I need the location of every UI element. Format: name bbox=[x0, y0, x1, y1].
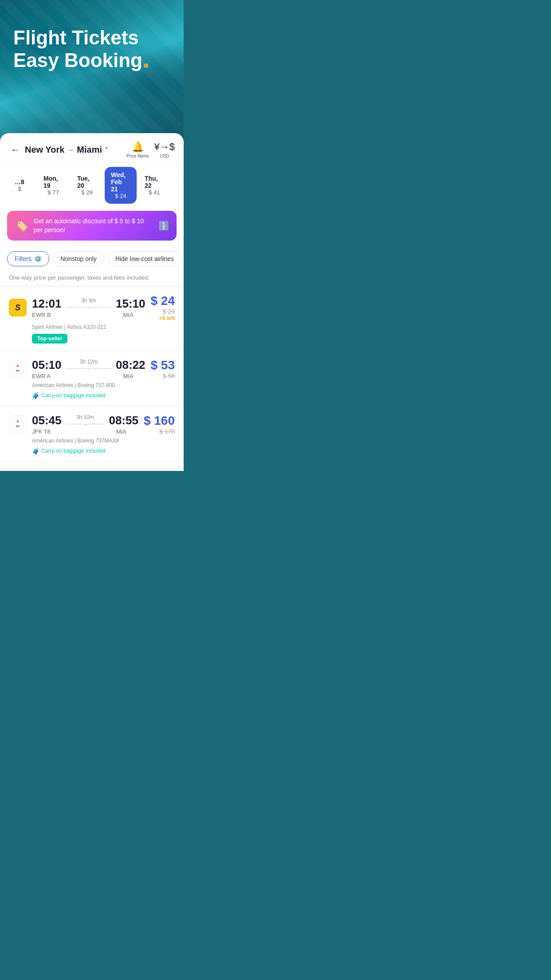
hero-accent-dot bbox=[144, 63, 148, 68]
flight-card-1[interactable]: ✈ AA 05:10 3h 12m → bbox=[0, 351, 184, 407]
destination-city: Miami bbox=[77, 145, 102, 155]
carry-tag-1: 🧳 Carry-on baggage included bbox=[9, 392, 175, 399]
arr-time-2: 08:55 bbox=[109, 414, 138, 427]
svg-text:✈: ✈ bbox=[16, 364, 19, 368]
date-item-5[interactable]: Fri, $ bbox=[172, 174, 184, 197]
date-item-2[interactable]: Tue, 20 $ 29 bbox=[71, 170, 103, 200]
dep-time-2: 05:45 bbox=[32, 414, 62, 427]
route-navigation: ← New York → Miami ˅ bbox=[9, 143, 126, 157]
date-label-4: Thu, 22 bbox=[145, 175, 164, 189]
hide-lowcost-label: Hide low-cost airlines bbox=[115, 255, 174, 262]
airline-info-0: Spirit Airlines | Airbus A320-212 bbox=[9, 324, 175, 330]
line-seg-right-1 bbox=[91, 368, 111, 369]
tag-row-0: Top-seller bbox=[9, 334, 175, 344]
hero-title-line2: Easy Booking bbox=[13, 49, 142, 71]
date-price-0: $ bbox=[18, 186, 21, 192]
nonstop-button[interactable]: Nonstop only bbox=[53, 251, 104, 266]
filters-button[interactable]: Filters ⚙️ bbox=[7, 251, 49, 266]
bell-icon: 🔔 bbox=[132, 141, 144, 153]
airports-row-2: JFK T8 MIA bbox=[32, 428, 138, 435]
duration-text-1: 3h 12m bbox=[80, 359, 98, 365]
hide-lowcost-button[interactable]: Hide low-cost airlines bbox=[108, 251, 181, 266]
hero-title: Flight Tickets Easy Booking bbox=[13, 27, 170, 71]
dep-airport-2: JFK T8 bbox=[32, 428, 54, 435]
line-seg-right-2 bbox=[88, 424, 104, 424]
aa-logo-svg: ✈ AA bbox=[11, 362, 25, 376]
carry-label-2: Carry-on baggage included bbox=[41, 448, 106, 454]
line-seg-right-0 bbox=[91, 307, 111, 308]
airline-info-1: American Airlines | Boeing 737-800 bbox=[9, 382, 175, 388]
duration-text-2: 3h 10m bbox=[76, 414, 94, 420]
arrow-icon-0: → bbox=[86, 304, 91, 311]
price-alerts-button[interactable]: 🔔 Price Alerts bbox=[126, 141, 149, 158]
back-button[interactable]: ← bbox=[9, 143, 21, 157]
line-seg-left-0 bbox=[66, 307, 86, 308]
date-label-3: Wed, Feb 21 bbox=[111, 171, 130, 193]
date-label-0: …8 bbox=[15, 178, 24, 186]
arr-time-1: 08:22 bbox=[116, 358, 146, 372]
flight-card-2[interactable]: ✈ AA 05:45 3h 10m → bbox=[0, 407, 184, 462]
date-item-3[interactable]: Wed, Feb 21 $ 24 bbox=[105, 167, 137, 204]
main-card: ← New York → Miami ˅ 🔔 Price Alerts ¥→$ … bbox=[0, 133, 184, 471]
date-item-1[interactable]: Mon, 19 $ 77 bbox=[37, 170, 69, 200]
duration-line-0: → bbox=[66, 304, 112, 311]
flight-card-0[interactable]: S 12:01 3h 9m → 15:10 bbox=[0, 287, 184, 351]
hero-background: Flight Tickets Easy Booking bbox=[0, 0, 184, 142]
filter-strip: Filters ⚙️ Nonstop only Hide low-cost ai… bbox=[0, 247, 184, 271]
price-alerts-label: Price Alerts bbox=[126, 154, 149, 158]
currency-icon: ¥→$ bbox=[154, 141, 175, 153]
header-icons: 🔔 Price Alerts ¥→$ USD bbox=[126, 141, 175, 158]
carry-icon-2: 🧳 bbox=[32, 447, 39, 454]
price-block-0: $ 24 $ 29 <5 left bbox=[151, 294, 175, 321]
price-block-2: $ 160 $ 170 bbox=[144, 414, 175, 435]
currency-button[interactable]: ¥→$ USD bbox=[154, 141, 175, 158]
nonstop-label: Nonstop only bbox=[60, 255, 97, 262]
price-main-1: $ 53 bbox=[151, 358, 175, 372]
duration-block-1: 3h 12m → bbox=[66, 359, 112, 372]
date-strip: …8 $ Mon, 19 $ 77 Tue, 20 $ 29 Wed, Feb … bbox=[0, 163, 184, 207]
svg-text:✈: ✈ bbox=[16, 420, 19, 423]
arr-airport-1: MIA bbox=[123, 373, 146, 379]
times-row-1: 05:10 3h 12m → 08:22 bbox=[32, 358, 146, 372]
filters-label: Filters bbox=[15, 255, 31, 262]
price-original-0: $ 29 bbox=[151, 308, 175, 315]
card-header: ← New York → Miami ˅ 🔔 Price Alerts ¥→$ … bbox=[0, 133, 184, 163]
price-block-1: $ 53 $ 58 bbox=[151, 358, 175, 379]
date-label-5: Fri, bbox=[183, 178, 184, 186]
times-row-0: 12:01 3h 9m → 15:10 bbox=[32, 297, 146, 311]
promo-banner[interactable]: 🏷️ Get an automatic discount of $ 5 to $… bbox=[7, 211, 177, 241]
arr-time-0: 15:10 bbox=[116, 297, 146, 311]
duration-line-2: → bbox=[66, 421, 105, 427]
flight-row-1: ✈ AA 05:10 3h 12m → bbox=[9, 358, 175, 379]
date-price-4: $ 41 bbox=[149, 189, 160, 196]
flight-times-2: 05:45 3h 10m → 08:55 JFK T8 bbox=[32, 414, 138, 435]
price-original-1: $ 58 bbox=[151, 372, 175, 379]
aa-logo-svg-2: ✈ AA bbox=[11, 417, 25, 431]
date-label-1: Mon, 19 bbox=[43, 175, 63, 189]
dep-time-1: 05:10 bbox=[32, 358, 62, 372]
date-item-0[interactable]: …8 $ bbox=[4, 174, 35, 197]
airports-row-0: EWR B MIA bbox=[32, 312, 146, 318]
airline-info-2: American Airlines | Boeing 737MAX8 bbox=[9, 438, 175, 444]
arr-airport-0: MIA bbox=[123, 312, 146, 318]
duration-block-2: 3h 10m → bbox=[66, 414, 105, 427]
promo-tag-icon: 🏷️ bbox=[14, 219, 28, 233]
topseller-tag: Top-seller bbox=[32, 334, 67, 344]
aa-logo-1: ✈ AA bbox=[9, 360, 27, 378]
line-seg-left-1 bbox=[66, 368, 86, 369]
route-text: New York → Miami ˅ bbox=[25, 145, 108, 155]
flight-times-1: 05:10 3h 12m → 08:22 EWR A bbox=[32, 358, 146, 379]
promo-info-icon: ℹ️ bbox=[158, 221, 169, 231]
flight-list: S 12:01 3h 9m → 15:10 bbox=[0, 287, 184, 462]
date-item-4[interactable]: Thu, 22 $ 41 bbox=[138, 170, 170, 200]
route-dropdown-icon[interactable]: ˅ bbox=[105, 146, 108, 154]
date-price-1: $ 77 bbox=[47, 189, 59, 196]
svg-text:AA: AA bbox=[16, 425, 20, 427]
promo-text: Get an automatic discount of $ 5 to $ 10… bbox=[34, 217, 153, 234]
price-original-2: $ 170 bbox=[144, 428, 175, 435]
date-price-2: $ 29 bbox=[81, 189, 92, 196]
hero-title-line1: Flight Tickets bbox=[13, 27, 139, 48]
origin-city: New York bbox=[25, 145, 64, 155]
arrow-icon-1: → bbox=[86, 366, 91, 372]
aa-logo-2: ✈ AA bbox=[9, 415, 27, 433]
